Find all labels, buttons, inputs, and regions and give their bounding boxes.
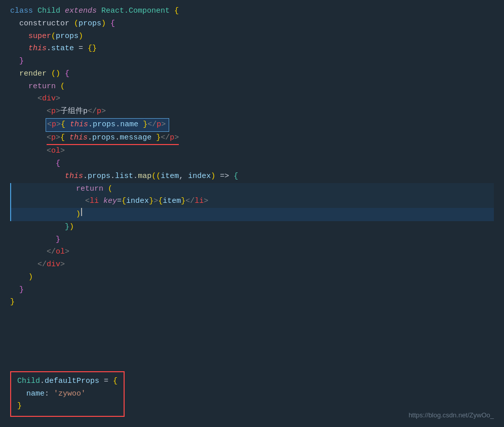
param-props-2: props (56, 30, 79, 43)
keyword-extends: extends (65, 5, 101, 18)
underlined-line-11: <p>{ this.props.message }</p> (47, 132, 179, 146)
paren-close-17: ) (76, 208, 81, 221)
brace-close-16: } (149, 195, 153, 208)
angle-11b: > (56, 133, 60, 142)
indent-17 (12, 208, 76, 221)
indent-4 (10, 43, 28, 55)
props-10: props (93, 120, 115, 129)
indent-8 (10, 93, 37, 105)
default-props-line-1: Child.defaultProps = { (17, 375, 118, 388)
paren-open-15: ( (108, 183, 112, 196)
code-line-24: } (10, 296, 494, 309)
react-component: React.Component (101, 5, 174, 18)
dot-4: . (47, 43, 51, 55)
indent-6 (10, 68, 19, 81)
code-line-13: { (10, 158, 494, 170)
jsx-open-10: { (61, 120, 70, 129)
paren-close-22: ) (28, 271, 33, 284)
jsx-close-11: } (151, 133, 161, 142)
state-prop: state (51, 43, 74, 55)
indent-19 (10, 234, 56, 246)
brace-dp-open: { (113, 375, 118, 388)
text-cursor (81, 208, 82, 216)
paren-open-7: ( (60, 81, 65, 93)
message-11: message (120, 133, 151, 142)
brace-close-19: } (56, 234, 60, 246)
code-line-18: }) (10, 221, 494, 234)
indent-13 (10, 158, 56, 170)
super-keyword: super (28, 30, 51, 43)
name-value-dp: 'zywoo' (54, 388, 86, 401)
angle-9a: < (47, 105, 51, 118)
dot-dp: . (40, 375, 45, 388)
indent-16 (12, 195, 85, 208)
colon-dp: : (45, 388, 54, 401)
angle-8b: > (56, 93, 60, 105)
angle-9c: </ (88, 105, 97, 118)
tag-p-close-9: p (97, 105, 101, 118)
brace-open-13: { (56, 158, 60, 170)
paren-close-14: ) (211, 170, 220, 183)
open-brace-6: { (65, 68, 69, 81)
paren-open-3: ( (51, 30, 56, 43)
param-props: props (79, 18, 101, 30)
angle-21b: > (60, 259, 65, 271)
angle-10d: > (161, 120, 166, 129)
code-line-16: <li key={index}>{item}</li> (10, 195, 494, 208)
indent-10 (10, 119, 47, 131)
close-brace-5: } (19, 55, 24, 68)
angle-9b: > (56, 105, 60, 118)
assign-4: = (74, 43, 88, 55)
paren-close-3: ) (79, 30, 83, 43)
angle-16c: </ (185, 195, 195, 208)
assign-dp: = (99, 375, 113, 388)
props-11: props (92, 133, 115, 142)
return-keyword: return (28, 81, 60, 93)
brace-close-24: } (10, 296, 15, 309)
dot-11a: . (88, 133, 92, 142)
dot-10a: . (88, 120, 93, 129)
brace-item-open-16: { (158, 195, 163, 208)
code-line-8: <div> (10, 93, 494, 105)
paren-open-6: () (51, 68, 65, 81)
code-line-11: <p>{ this.props.message }</p> (10, 132, 494, 146)
paren-open-14: (( (151, 170, 161, 183)
indent-7 (10, 81, 28, 93)
jsx-open-11: { (60, 133, 69, 142)
angle-10a: < (47, 120, 52, 129)
open-brace-1: { (174, 5, 179, 18)
arrow-14: => (220, 170, 234, 183)
list-14: list (115, 170, 133, 183)
return-kw-15: return (76, 183, 108, 196)
indent-dp (17, 388, 26, 401)
code-line-17: ) (10, 208, 494, 221)
child-class-ref: Child (17, 375, 40, 388)
indent-9 (10, 105, 47, 118)
indent-12 (10, 145, 47, 158)
chinese-text-9: 子组件p (60, 105, 88, 118)
code-editor: class Child extends React.Component { co… (0, 0, 504, 427)
render-keyword: render (19, 68, 51, 81)
code-line-15: return ( (10, 183, 494, 196)
code-line-14: this.props.list.map((item, index) => { (10, 170, 494, 183)
this-kw-14: this (65, 170, 83, 183)
indent-14 (10, 170, 65, 183)
code-line-23: } (10, 284, 494, 297)
brace-open-14: { (234, 170, 238, 183)
angle-9d: > (101, 105, 106, 118)
item-param-14: item (161, 170, 179, 183)
default-props-line-2: name: 'zywoo' (17, 388, 118, 401)
indent-11 (10, 132, 47, 145)
indent-2 (10, 18, 19, 30)
tag-div-open: div (42, 93, 56, 105)
index-param-14: index (188, 170, 211, 183)
dot-14c: . (133, 170, 138, 183)
angle-12a: < (47, 145, 51, 158)
constructor-keyword: constructor (19, 18, 74, 30)
angle-8: < (37, 93, 42, 105)
jsx-close-10: } (138, 120, 147, 129)
brace-close-23: } (19, 284, 24, 297)
indent-22 (10, 271, 28, 284)
name-key-dp: name (26, 388, 45, 401)
angle-11c: </ (161, 133, 170, 142)
